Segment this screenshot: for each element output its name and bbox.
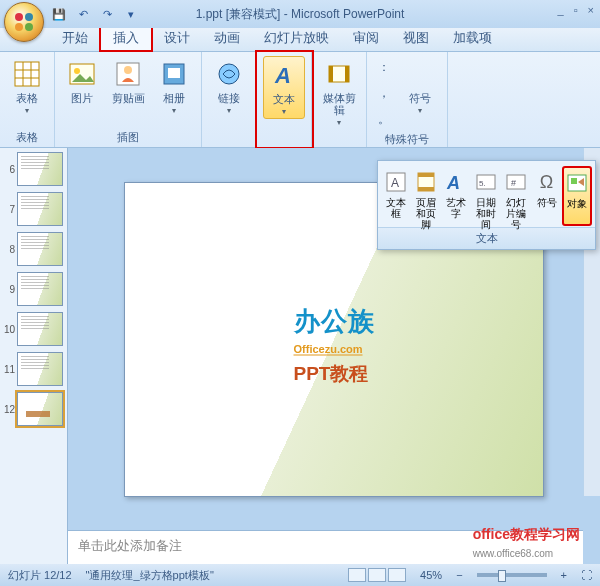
tab-review[interactable]: 审阅 [341,26,391,51]
text-dropdown-panel: A 文本框 页眉和页脚 A 艺术字 5. 日期和时间 # 幻灯片编号 Ω 符号 … [377,160,596,250]
svg-text:5.: 5. [479,179,486,188]
textbox-icon: A [383,169,409,195]
object-button[interactable]: 对象 [563,167,591,225]
close-button[interactable]: × [588,4,594,16]
tab-addin[interactable]: 加载项 [441,26,504,51]
slide-thumb[interactable]: 7 [0,192,67,226]
group-label-symbols: 特殊符号 [385,130,429,149]
fit-button[interactable]: ⛶ [581,569,592,581]
slide-thumb[interactable]: 8 [0,232,67,266]
office-button[interactable] [4,2,44,42]
slide-indicator: 幻灯片 12/12 [8,568,72,583]
save-button[interactable]: 💾 [50,5,68,23]
zoom-slider[interactable] [477,573,547,577]
text-icon: A [268,59,300,91]
group-links: 链接▾ [202,52,257,147]
zoom-out-button[interactable]: − [456,569,462,581]
theme-name: "通用纹理_绿方格ppt模板" [86,568,214,583]
datetime-icon: 5. [473,169,499,195]
svg-text:A: A [391,176,399,190]
svg-point-0 [15,13,23,21]
qat-more-button[interactable]: ▾ [122,5,140,23]
slide-thumb[interactable]: 10 [0,312,67,346]
svg-point-10 [74,68,80,74]
svg-point-3 [25,23,33,31]
svg-rect-23 [418,173,434,177]
group-label-illus: 插图 [117,128,139,147]
group-label-links [227,131,230,147]
zoom-in-button[interactable]: + [561,569,567,581]
ribbon: 表格▾ 表格 图片 剪贴画 相册▾ 插图 链接▾ [0,52,600,148]
redo-button[interactable]: ↷ [98,5,116,23]
table-button[interactable]: 表格▾ [6,56,48,117]
tab-slideshow[interactable]: 幻灯片放映 [252,26,341,51]
group-illustrations: 图片 剪贴画 相册▾ 插图 [55,52,202,147]
omega-icon: Ω [534,169,560,195]
comma-button[interactable]: ， [373,82,395,104]
svg-rect-24 [418,187,434,191]
minimize-button[interactable]: _ [558,4,564,16]
quick-access-toolbar: 💾 ↶ ↷ ▾ [50,5,140,23]
tab-view[interactable]: 视图 [391,26,441,51]
undo-button[interactable]: ↶ [74,5,92,23]
window-title: 1.ppt [兼容模式] - Microsoft PowerPoint [196,6,405,23]
svg-point-15 [219,64,239,84]
svg-rect-18 [329,66,333,82]
period-button[interactable]: 。 [373,108,395,130]
slide-thumb[interactable]: 12 [0,392,67,426]
media-icon [323,58,355,90]
picture-button[interactable]: 图片 [61,56,103,106]
slideshow-view-button[interactable] [388,568,406,582]
ribbon-tabbar: 开始 插入 设计 动画 幻灯片放映 审阅 视图 加载项 [0,28,600,52]
svg-point-12 [124,66,132,74]
header-footer-button[interactable]: 页眉和页脚 [412,167,440,225]
svg-text:A: A [446,173,460,193]
slide-thumb[interactable]: 9 [0,272,67,306]
group-text: A 文本▾ [257,52,312,147]
group-label-tables: 表格 [16,128,38,147]
album-button[interactable]: 相册▾ [153,56,195,117]
group-label-text [282,131,285,147]
statusbar: 幻灯片 12/12 "通用纹理_绿方格ppt模板" 45% − + ⛶ [0,564,600,586]
clipart-button[interactable]: 剪贴画 [107,56,149,106]
group-tables: 表格▾ 表格 [0,52,55,147]
svg-point-2 [15,23,23,31]
media-button[interactable]: 媒体剪辑▾ [318,56,360,129]
tab-design[interactable]: 设计 [152,26,202,51]
links-button[interactable]: 链接▾ [208,56,250,117]
svg-rect-31 [571,178,577,184]
dropdown-symbol-button[interactable]: Ω 符号 [532,167,560,225]
thumbnail-pane[interactable]: 6 7 8 9 10 11 12 [0,148,68,564]
zoom-level[interactable]: 45% [420,569,442,581]
clipart-icon [112,58,144,90]
datetime-button[interactable]: 5. 日期和时间 [472,167,500,225]
text-button[interactable]: A 文本▾ [263,56,305,119]
tab-insert[interactable]: 插入 [100,25,152,51]
tab-animation[interactable]: 动画 [202,26,252,51]
svg-rect-4 [15,62,39,86]
slide-thumb[interactable]: 6 [0,152,67,186]
tab-home[interactable]: 开始 [50,26,100,51]
course-text: PPT教程 [294,361,375,387]
object-icon [564,170,590,196]
symbol-icon [404,58,436,90]
svg-rect-14 [168,68,180,78]
watermark: office教程学习网 www.office68.com [469,526,580,560]
group-media: 媒体剪辑▾ [312,52,367,147]
slide-content: 办公族 Officezu.com PPT教程 [294,304,375,387]
svg-text:#: # [511,178,516,188]
wordart-button[interactable]: A 艺术字 [442,167,470,225]
restore-button[interactable]: ▫ [574,4,578,16]
dropdown-group-label: 文本 [378,227,595,249]
normal-view-button[interactable] [348,568,366,582]
punct-button[interactable]: ： [373,56,395,78]
slide-thumb[interactable]: 11 [0,352,67,386]
symbol-button[interactable]: 符号▾ [399,56,441,117]
textbox-button[interactable]: A 文本框 [382,167,410,225]
sorter-view-button[interactable] [368,568,386,582]
table-icon [11,58,43,90]
group-symbols: ： ， 。 符号▾ 特殊符号 [367,52,448,147]
slidenum-button[interactable]: # 幻灯片编号 [502,167,530,225]
link-icon [213,58,245,90]
svg-point-1 [25,13,33,21]
